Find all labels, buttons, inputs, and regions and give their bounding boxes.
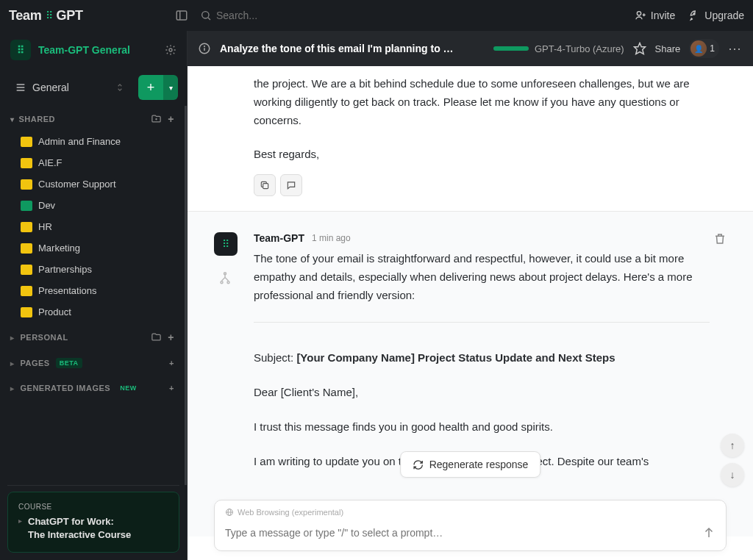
svg-point-16 [204,46,205,47]
course-card[interactable]: COURSE ▸ ChatGPT for Work: The Interacti… [7,492,179,553]
workspace-selector[interactable]: ⠿ Team-GPT General [0,31,187,69]
chevron-down-icon: ▾ [10,115,15,123]
comment-icon[interactable] [280,174,302,196]
folder-label: Dev [38,200,55,211]
copy-icon[interactable] [254,174,276,196]
search-input[interactable] [216,10,363,21]
new-folder-icon[interactable] [151,113,162,125]
caret-right-icon: ▸ [10,384,15,392]
assistant-timestamp: 1 min ago [312,233,351,243]
gear-icon[interactable] [165,44,176,56]
invite-button[interactable]: Invite [635,10,675,21]
send-icon[interactable] [702,526,715,539]
collapse-sidebar-icon[interactable] [172,6,191,25]
browsing-label: Web Browsing (experimental) [225,508,715,517]
user-msg-signoff: Best regards, [254,146,710,164]
regenerate-button[interactable]: Regenerate response [400,451,541,478]
info-icon[interactable] [198,42,211,55]
add-icon[interactable]: + [169,384,174,392]
svg-point-20 [227,281,229,284]
globe-icon [225,508,234,517]
pages-label: PAGES [21,359,50,367]
body-line-1: I trust this message finds you in good h… [254,418,710,437]
svg-point-8 [169,49,172,51]
svg-point-4 [637,12,640,15]
more-icon[interactable]: ⋯ [728,40,743,57]
folder-item[interactable]: Product [0,301,185,323]
search-bar[interactable] [191,10,635,21]
folder-item[interactable]: HR [0,216,185,237]
folder-label: Partnerships [38,264,92,275]
add-icon[interactable]: + [169,359,174,367]
avatar: 👤 [690,40,707,57]
svg-rect-0 [176,11,187,20]
member-count[interactable]: 👤 1 [689,39,719,58]
assistant-name: Team-GPT [254,232,304,244]
folder-item[interactable]: Admin and Finance [0,131,185,152]
folder-item[interactable]: Customer Support [0,173,185,195]
workspace-icon: ⠿ [10,40,31,60]
folder-item[interactable]: Partnerships [0,259,185,280]
folder-label: AIE.F [38,157,63,168]
personal-section[interactable]: ▸ PERSONAL + [0,324,185,351]
images-label: GENERATED IMAGES [21,384,111,392]
list-icon [15,82,26,93]
pages-section[interactable]: ▸ PAGES BETA + [0,351,185,376]
star-icon[interactable] [633,42,646,55]
general-selector[interactable]: General [9,77,131,98]
model-indicator[interactable]: GPT-4-Turbo (Azure) [493,43,624,54]
add-icon[interactable]: + [168,113,174,125]
user-message: the project. We are a bit behind schedul… [188,66,753,211]
folder-icon [21,286,32,296]
assistant-intro: The tone of your email is straightforwar… [254,250,710,304]
shared-label: SHARED [19,115,55,123]
caret-right-icon: ▸ [18,517,22,525]
folder-item[interactable]: Marketing [0,237,185,259]
folder-item[interactable]: Presentations [0,280,185,301]
images-section[interactable]: ▸ GENERATED IMAGES NEW + [0,376,185,401]
course-title-1: ChatGPT for Work: [28,515,131,528]
scroll-down-button[interactable]: ↓ [721,463,744,487]
logo-text-primary: Team [9,8,42,24]
new-chat-dropdown[interactable]: ▾ [163,75,178,100]
user-msg-body: the project. We are a bit behind schedul… [254,75,710,129]
folder-icon [21,265,32,275]
folder-icon [21,243,32,254]
svg-line-3 [208,18,210,20]
new-chat-button[interactable]: + [138,75,163,100]
svg-point-19 [221,281,223,284]
folder-icon [21,201,32,211]
scroll-up-button[interactable]: ↑ [721,434,744,457]
svg-rect-18 [263,184,268,189]
personal-label: PERSONAL [21,333,68,342]
trash-icon[interactable] [713,232,727,245]
upgrade-button[interactable]: Upgrade [688,10,744,21]
model-bar-icon [493,46,529,51]
general-label: General [32,82,69,93]
caret-right-icon: ▸ [10,334,15,342]
folder-icon [21,179,32,190]
folder-item[interactable]: AIE.F [0,152,185,173]
folder-label: Admin and Finance [38,136,121,147]
share-button[interactable]: Share [655,43,681,54]
new-badge: NEW [116,383,140,393]
svg-point-2 [202,12,209,18]
new-folder-icon[interactable] [151,331,162,343]
logo[interactable]: Team ⠿ GPT [9,6,191,25]
course-label: COURSE [18,503,168,511]
folder-item[interactable]: Dev [0,195,185,216]
chevron-updown-icon [115,82,125,93]
message-input[interactable] [225,523,702,543]
folder-label: HR [38,221,52,232]
conversation-title: Analyze the tone of this email I'm plann… [220,43,455,54]
shared-section-header[interactable]: ▾ SHARED + [0,106,185,129]
regenerate-label: Regenerate response [429,459,529,470]
add-icon[interactable]: + [168,331,174,343]
folder-label: Customer Support [38,179,116,190]
course-title-2: The Interactive Course [28,528,131,542]
refresh-icon [413,459,424,470]
folder-icon [21,137,32,147]
fork-icon[interactable] [218,272,232,285]
folder-label: Marketing [38,243,80,254]
subject-line: Subject: [Your Company Name] Project Sta… [254,349,710,367]
